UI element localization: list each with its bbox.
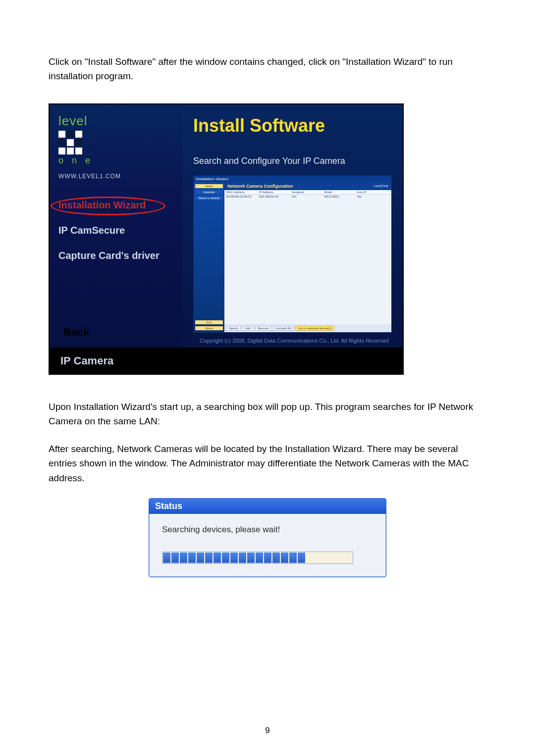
wizard-about-button[interactable]: About — [195, 326, 223, 330]
progress-segment — [281, 553, 288, 563]
progress-segment — [247, 553, 255, 563]
page-number: 9 — [49, 726, 486, 736]
progress-segment — [222, 553, 229, 563]
intro-paragraph-1: Click on "Install Software" after the wi… — [49, 54, 486, 84]
copyright-text: Copyright (c) 2008, Digital Data Communi… — [193, 336, 392, 348]
wizard-remove-button[interactable]: Remove — [255, 326, 271, 331]
wizard-table-row[interactable]: 00-50-56-C0-00-F1 192.168.50.XX Yes WCS-… — [224, 195, 391, 199]
col-assigned: Assigned — [292, 191, 324, 194]
install-software-title: Install Software — [193, 115, 392, 136]
progress-segment — [272, 553, 280, 563]
progress-segment — [197, 553, 204, 563]
col-model: Model — [324, 191, 357, 194]
wizard-header-title: Network Camera Configuration — [227, 184, 293, 189]
progress-segment — [230, 553, 238, 563]
wizard-exit-button[interactable]: Exit — [195, 320, 223, 324]
install-software-window: level o n e WWW.LEVEL1.COM Installation … — [49, 103, 404, 375]
wizard-bottom-toolbar: Search Add Remove Uncheck All Link to se… — [224, 324, 391, 332]
status-message: Searching devices, please wait! — [162, 525, 373, 535]
logo-icon — [58, 131, 82, 154]
progress-bar — [162, 552, 353, 564]
progress-segment — [180, 553, 187, 563]
progress-segment — [214, 553, 221, 563]
cell-mac: 00-50-56-C0-00-F1 — [226, 195, 259, 198]
nav-back[interactable]: Back — [58, 326, 173, 339]
brand-url: WWW.LEVEL1.COM — [58, 173, 173, 180]
cell-model: WCS-0010 — [324, 195, 357, 198]
progress-segment — [171, 553, 179, 563]
wizard-add-button[interactable]: Add — [243, 326, 253, 331]
wizard-setup-button[interactable]: Setup — [195, 184, 223, 188]
cell-ip: 192.168.50.XX — [259, 195, 292, 198]
wizard-header-brand: LevelOne — [374, 184, 388, 188]
wizard-link-button[interactable]: Link to selected device(s) — [295, 326, 334, 331]
wizard-titlebar: Installation Wizard — [194, 176, 391, 182]
cell-auto: Yes — [357, 195, 389, 198]
wizard-reset-button[interactable]: Reset to default — [195, 196, 223, 200]
col-auto: Auto IP — [357, 191, 389, 194]
intro-paragraph-3: After searching, Network Cameras will be… — [49, 442, 486, 485]
install-software-subtitle: Search and Configure Your IP Camera — [193, 156, 392, 166]
wizard-header: Network Camera Configuration LevelOne — [224, 182, 391, 190]
status-titlebar: Status — [149, 499, 386, 514]
wizard-search-button[interactable]: Search — [226, 326, 241, 331]
nav-capture-card-driver[interactable]: Capture Card's driver — [58, 250, 173, 261]
logo-word: level — [58, 113, 173, 129]
installer-main: Install Software Search and Configure Yo… — [182, 104, 403, 348]
progress-segment — [256, 553, 263, 563]
installer-sidebar: level o n e WWW.LEVEL1.COM Installation … — [50, 104, 182, 348]
status-dialog: Status Searching devices, please wait! — [149, 498, 386, 577]
cell-assigned: Yes — [292, 195, 324, 198]
installer-footer: IP Camera — [50, 348, 403, 374]
nav-installation-wizard[interactable]: Installation Wizard — [58, 200, 173, 211]
nav-ip-camsecure[interactable]: IP CamSecure — [58, 225, 173, 236]
intro-paragraph-2: Upon Installation Wizard's start up, a s… — [49, 400, 486, 429]
progress-segment — [289, 553, 297, 563]
logo-one: o n e — [58, 155, 173, 166]
wizard-preview-window: Installation Wizard Setup Upgrade Reset … — [193, 175, 392, 333]
wizard-table-header: MAC Address IP Address Assigned Model Au… — [224, 190, 391, 195]
wizard-uncheck-button[interactable]: Uncheck All — [273, 326, 293, 331]
wizard-upgrade-button[interactable]: Upgrade — [195, 190, 223, 194]
col-ip: IP Address — [259, 191, 292, 194]
progress-segment — [163, 553, 170, 563]
progress-segment — [264, 553, 271, 563]
wizard-left-panel: Setup Upgrade Reset to default Exit Abou… — [194, 182, 224, 332]
progress-segment — [239, 553, 246, 563]
brand-logo: level o n e — [58, 113, 173, 166]
progress-segment — [205, 553, 213, 563]
progress-segment — [188, 553, 196, 563]
progress-segment — [298, 553, 305, 563]
col-mac: MAC Address — [226, 191, 259, 194]
